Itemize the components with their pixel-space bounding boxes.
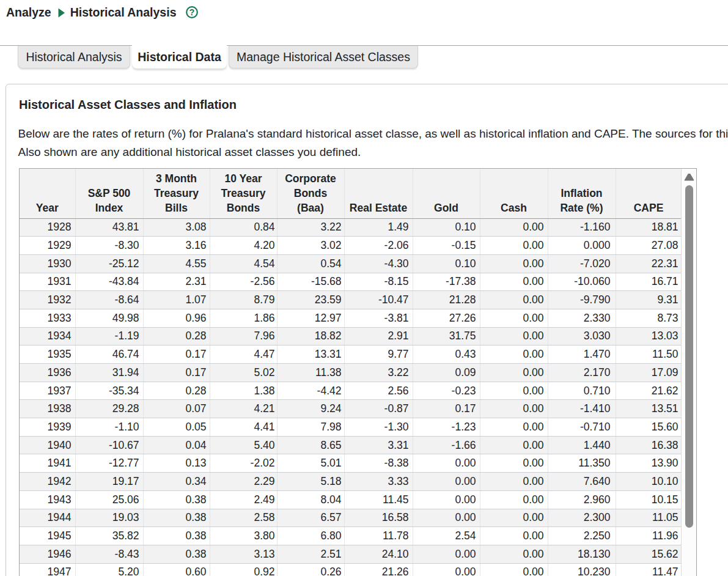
svg-text:?: ? [189,7,195,17]
